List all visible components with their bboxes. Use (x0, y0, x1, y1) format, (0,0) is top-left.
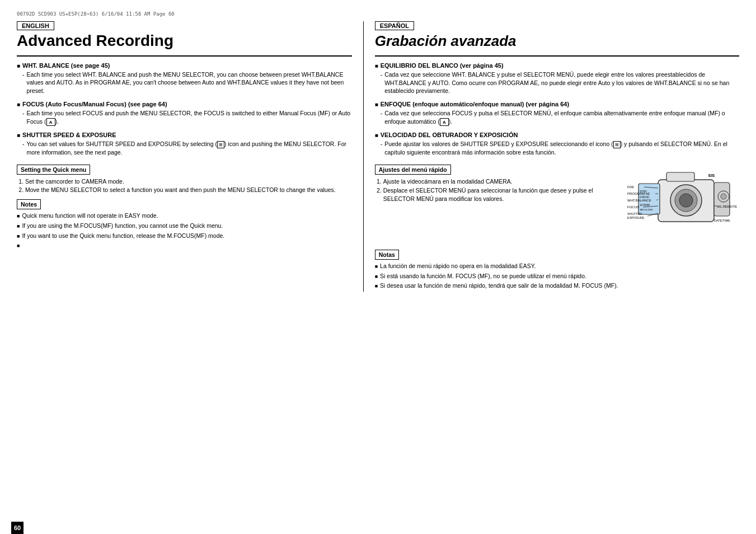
section-focus-heading: FOCUS (Auto Focus/Manual Focus) (see pag… (17, 101, 352, 107)
svg-text:SHUTTER: SHUTTER (627, 212, 642, 216)
nota-2: Si está usando la función M. FOCUS (MF),… (375, 272, 739, 280)
page-number: 60 (11, 522, 24, 534)
dash-item-equilibrio: Cada vez que seleccione WHT. BALANCE y p… (381, 71, 739, 95)
section-equilibrio-heading: EQUILIBRIO DEL BLANCO (ver página 45) (375, 62, 739, 69)
notas-label: Notas (375, 250, 399, 260)
section-shutter-heading: SHUTTER SPEED & EXPOSURE (17, 132, 352, 138)
lang-badge-en: ENGLISH (17, 21, 54, 30)
section-velocidad-heading: VELOCIDAD DEL OBTURADOR Y EXPOSICIÓN (375, 132, 739, 138)
page-title-en: Advanced Recording (17, 32, 352, 50)
step-1: Set the camcorder to CAMERA mode. (25, 177, 352, 186)
section-enfoque-heading: ENFOQUE (enfoque automático/enfoque manu… (375, 101, 739, 107)
svg-text:WHT.BALANCE: WHT.BALANCE (627, 199, 651, 202)
section-enfoque-body: Cada vez que selecciona FOCUS y pulsa el… (375, 109, 739, 126)
es-quick-menu-label: Ajustes del menú rápido (375, 165, 451, 175)
notes-section: Notes Quick menu function will not opera… (17, 199, 352, 250)
section-wht-heading: WHT. BALANCE (see page 45) (17, 62, 352, 69)
camcorder-diagram: STBY 0:00:00 10:00AM JAN 10,2004 EIS DSE… (627, 160, 739, 244)
divider-left (17, 55, 352, 57)
nota-1: La función de menú rápido no opera en la… (375, 262, 739, 270)
svg-text:FOCUS: FOCUS (627, 205, 639, 209)
lang-badge-es: ESPAÑOL (375, 21, 414, 30)
af-icon-es: A (440, 118, 449, 126)
svg-rect-4 (666, 172, 694, 181)
svg-text:EIS: EIS (708, 174, 715, 177)
svg-text:JAN 10,2004: JAN 10,2004 (640, 208, 653, 211)
notas-section: Notas La función de menú rápido no opera… (375, 250, 739, 290)
left-column: ENGLISH Advanced Recording WHT. BALANCE … (17, 21, 364, 292)
svg-text:WL.REMOTE: WL.REMOTE (717, 205, 737, 208)
divider-right (375, 55, 739, 57)
note-3: If you want to use the Quick menu functi… (17, 232, 352, 240)
page-title-es: Grabación avanzada (375, 32, 739, 50)
es-step-1: Ajuste la videocámara en la modalidad CA… (383, 177, 622, 186)
svg-text:DATE/TIME: DATE/TIME (714, 219, 730, 222)
dash-item-shutter: You can set values for SHUTTER SPEED and… (22, 140, 352, 157)
nota-3: Si desea usar la función de menú rápido,… (375, 282, 739, 290)
page-container: 00792D SCD903 US+ESP(28~63) 6/16/04 11:5… (0, 0, 756, 534)
quick-menu-label: Setting the Quick menu (17, 165, 90, 175)
note-1: Quick menu function will not operate in … (17, 212, 352, 220)
es-quick-menu-steps: Ajuste la videocámara en la modalidad CA… (375, 177, 622, 204)
quick-menu-steps: Set the camcorder to CAMERA mode. Move t… (17, 177, 352, 195)
step-2: Move the MENU SELECTOR to select a funct… (25, 186, 352, 195)
note-4 (17, 241, 352, 250)
notes-label: Notes (17, 199, 41, 209)
svg-text:PROGRAM AE: PROGRAM AE (627, 192, 650, 195)
right-column: ESPAÑOL Grabación avanzada EQUILIBRIO DE… (364, 21, 739, 292)
section-shutter-body: You can set values for SHUTTER SPEED and… (17, 140, 352, 157)
section-focus-body: Each time you select FOCUS and push the … (17, 109, 352, 126)
svg-text:EXPOSURE: EXPOSURE (627, 216, 645, 219)
section-equilibrio-body: Cada vez que seleccione WHT. BALANCE y p… (375, 71, 739, 95)
section-velocidad-body: Puede ajustar los valores de SHUTTER SPE… (375, 140, 739, 157)
dash-item-velocidad: Puede ajustar los valores de SHUTTER SPE… (381, 140, 739, 157)
svg-text:10:00AM: 10:00AM (640, 204, 650, 207)
es-quick-menu: Ajustes del menú rápido Ajuste la videoc… (375, 160, 622, 207)
es-step-2: Desplace el SELECTOR MENÚ para seleccion… (383, 186, 622, 204)
dash-item-focus: Each time you select FOCUS and push the … (22, 109, 352, 126)
svg-point-3 (679, 194, 693, 207)
af-icon: A (46, 118, 55, 126)
main-columns: ENGLISH Advanced Recording WHT. BALANCE … (17, 21, 739, 292)
section-wht-body: Each time you select WHT. BALANCE and pu… (17, 71, 352, 95)
svg-text:DSE: DSE (627, 185, 634, 189)
shutter-icon-es: ⊞ (613, 141, 621, 148)
shutter-icon: ⊞ (217, 141, 224, 148)
dash-item-enfoque: Cada vez que selecciona FOCUS y pulsa el… (381, 109, 739, 126)
camcorder-svg: STBY 0:00:00 10:00AM JAN 10,2004 EIS DSE… (627, 160, 739, 244)
dash-item-wht: Each time you select WHT. BALANCE and pu… (22, 71, 352, 95)
svg-point-27 (721, 194, 726, 199)
header-code: 00792D SCD903 US+ESP(28~63) 6/16/04 11:5… (17, 11, 739, 17)
note-2: If you are using the M.FOCUS(MF) functio… (17, 222, 352, 230)
